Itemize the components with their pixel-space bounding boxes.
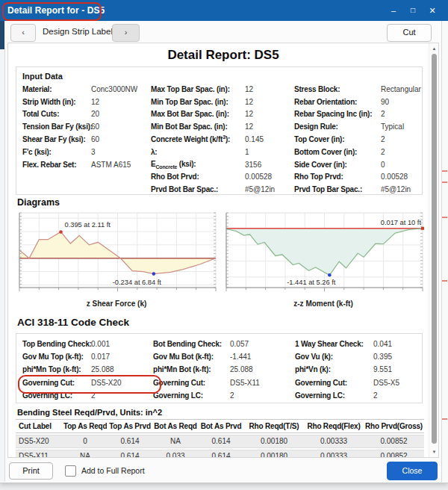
chart-axis-label: z Shear Force (k) bbox=[16, 300, 217, 308]
field-value: 20 bbox=[91, 110, 151, 118]
table-cell: NA bbox=[153, 435, 198, 447]
field-value: 1 bbox=[245, 148, 294, 156]
table-header-cell: Top As Prvd bbox=[107, 420, 153, 432]
table-row[interactable]: DS5-X2000.614NA0.6140.001800.003330.0085… bbox=[16, 435, 424, 448]
field-label: Rho Bot Prvd: bbox=[151, 173, 245, 181]
detail-report-dialog: Detail Report for - DS5 – □ ✕ ‹ Design S… bbox=[0, 0, 448, 483]
field-value: #5@12in bbox=[381, 185, 421, 193]
table-cell: 0.00852 bbox=[364, 450, 424, 458]
field-label: Side Cover (in): bbox=[294, 161, 381, 169]
table-header-cell: Bot As Prvd bbox=[198, 420, 244, 432]
field-label: Governing Cut: bbox=[153, 379, 230, 387]
field-label: Total Cuts: bbox=[22, 110, 91, 118]
field-label: Max Bot Bar Spac. (in): bbox=[151, 110, 245, 118]
report-content: Detail Report: DS5 Input Data Material:C… bbox=[7, 43, 439, 458]
field-value: 12 bbox=[245, 110, 294, 118]
field-label: Gov Mu Bot (k-ft): bbox=[153, 353, 230, 361]
scrollbar-thumb[interactable] bbox=[432, 54, 437, 444]
field-label: Tension Bar Fy (ksi): bbox=[22, 122, 91, 131]
chart-axis-label: z-z Moment (k-ft) bbox=[223, 300, 424, 308]
field-label: Rebar Spacing Inc (in): bbox=[294, 110, 381, 118]
field-value: 3 bbox=[91, 148, 151, 156]
field-label: Gov Vu (k): bbox=[295, 353, 373, 361]
field-label: phi*Vn (k): bbox=[295, 365, 373, 373]
table-cell: 0.614 bbox=[107, 435, 153, 447]
forward-button[interactable]: › bbox=[112, 24, 140, 42]
close-icon[interactable]: ✕ bbox=[423, 0, 442, 21]
field-label: Governing LC: bbox=[295, 391, 373, 400]
field-label: Concrete Weight (k/ft3): bbox=[151, 134, 245, 143]
shear-force-plot: 0.395 at 2.11 ft-0.234 at 6.84 ft bbox=[16, 211, 217, 299]
data-marker bbox=[152, 272, 156, 276]
checkbox-label: Add to Full Report bbox=[81, 466, 145, 475]
field-label: Bottom Cover (in): bbox=[294, 148, 381, 156]
field-label: Rho Top Prvd: bbox=[294, 173, 381, 181]
field-label: F'c (ksi): bbox=[22, 148, 91, 156]
field-value: 0.041 bbox=[373, 340, 416, 348]
field-label: Min Bot Bar Spac. (in): bbox=[151, 122, 245, 131]
moment-plot: 0.017 at 10 ft-1.441 at 5.26 ft bbox=[223, 211, 424, 299]
table-cell: 0 bbox=[63, 435, 107, 447]
field-value: 25.088 bbox=[91, 365, 153, 373]
field-label: Design Rule: bbox=[294, 122, 381, 131]
aci-grid: Top Bending Check:0.001Bot Bending Check… bbox=[22, 338, 416, 402]
field-label: Stress Block: bbox=[294, 85, 381, 93]
bending-steel-table: Cut LabelTop As ReqdTop As PrvdBot As Re… bbox=[16, 419, 424, 458]
scroll-up-icon[interactable]: ▲ bbox=[429, 44, 439, 53]
data-marker bbox=[59, 230, 63, 234]
data-label: -0.234 at 6.84 ft bbox=[113, 279, 162, 286]
field-label: Flex. Rebar Set: bbox=[22, 161, 91, 169]
scroll-down-icon[interactable]: ▼ bbox=[429, 447, 439, 456]
data-label: -1.441 at 5.26 ft bbox=[287, 279, 336, 286]
close-button[interactable]: Close bbox=[387, 462, 438, 480]
table-cell: 0.00180 bbox=[244, 435, 304, 447]
aci-code-check-section: Top Bending Check:0.001Bot Bending Check… bbox=[16, 333, 423, 403]
table-cell: DS5-X20 bbox=[16, 435, 63, 447]
background-mark bbox=[442, 170, 447, 172]
field-value: 12 bbox=[245, 122, 294, 131]
field-label: Top Cover (in): bbox=[294, 135, 381, 143]
table-cell: 0.614 bbox=[198, 450, 244, 458]
diagrams-row: 0.395 at 2.11 ft-0.234 at 6.84 ft z Shea… bbox=[16, 211, 424, 308]
field-value: Rectangular bbox=[381, 85, 421, 93]
table-header-cell: Bot As Reqd bbox=[153, 420, 198, 432]
field-value: 9.551 bbox=[373, 365, 416, 373]
titlebar[interactable]: Detail Report for - DS5 – □ ✕ bbox=[0, 0, 448, 21]
field-value: Typical bbox=[381, 122, 421, 131]
field-value: 3156 bbox=[245, 161, 294, 169]
field-value: 12 bbox=[91, 98, 151, 106]
table-header-row: Cut LabelTop As ReqdTop As PrvdBot As Re… bbox=[16, 419, 424, 433]
field-value: ASTM A615 bbox=[91, 161, 151, 169]
field-value: DS5-X20 bbox=[91, 379, 153, 387]
field-label: Rebar Orientation: bbox=[294, 98, 381, 106]
add-to-full-report-checkbox[interactable] bbox=[65, 465, 76, 477]
background-mark bbox=[442, 418, 447, 420]
section-title: Diagrams bbox=[17, 197, 60, 208]
field-value: 2 bbox=[91, 391, 153, 400]
field-label: Bot Bending Check: bbox=[153, 340, 230, 348]
field-value: Conc3000NW bbox=[91, 85, 151, 93]
table-cell: 0.033 bbox=[153, 450, 198, 458]
field-label: Governing LC: bbox=[22, 391, 91, 400]
window-title: Detail Report for - DS5 bbox=[7, 0, 105, 21]
field-value: 90 bbox=[381, 98, 421, 106]
field-label: Governing Cut: bbox=[22, 379, 91, 387]
table-header-cell: Rho Reqd(T/S) bbox=[244, 420, 304, 432]
field-value: 12 bbox=[245, 98, 294, 106]
data-label: 0.395 at 2.11 ft bbox=[64, 221, 111, 229]
table-row[interactable]: DS5-X11NA0.6140.0330.6140.001800.003330.… bbox=[16, 450, 424, 458]
section-title: Bending Steel Reqd/Prvd, Units: in^2 bbox=[17, 408, 162, 417]
field-value: 2 bbox=[373, 391, 416, 400]
maximize-icon[interactable]: □ bbox=[403, 0, 423, 21]
background-window bbox=[441, 21, 448, 482]
print-button[interactable]: Print bbox=[9, 462, 53, 480]
field-label: λ: bbox=[151, 148, 245, 156]
back-button[interactable]: ‹ bbox=[10, 24, 36, 42]
chevron-left-icon: ‹ bbox=[22, 28, 25, 37]
scrollbar[interactable]: ▲ ▼ bbox=[429, 43, 438, 457]
field-value: -1.441 bbox=[230, 353, 295, 361]
table-cell: DS5-X11 bbox=[16, 450, 63, 458]
minimize-icon[interactable]: – bbox=[384, 0, 403, 21]
field-value: 60 bbox=[91, 122, 151, 131]
cut-button[interactable]: Cut bbox=[387, 24, 432, 42]
